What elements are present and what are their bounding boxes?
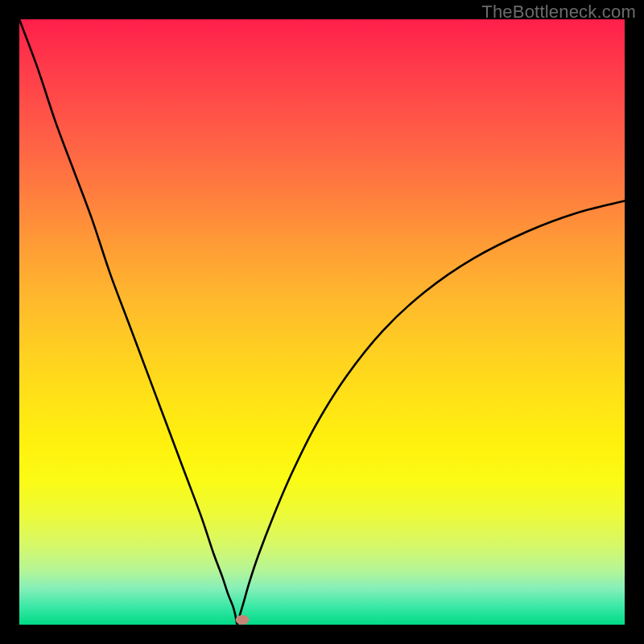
plot-area: [19, 19, 625, 625]
optimum-marker: [235, 615, 249, 625]
bottleneck-curve: [19, 19, 625, 625]
chart-frame: TheBottleneck.com: [0, 0, 644, 644]
